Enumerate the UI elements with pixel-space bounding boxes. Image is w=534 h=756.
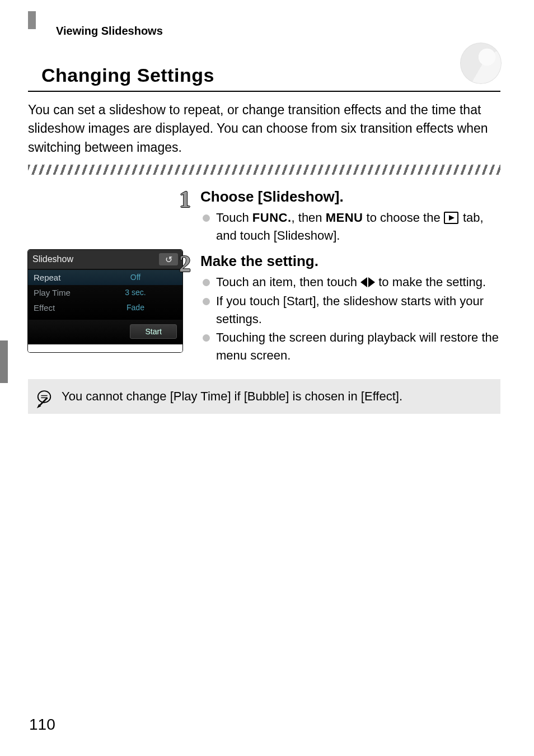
step-2-bullet-3: Touching the screen during playback will… [202, 329, 500, 365]
text-fragment: Touch an item, then touch [216, 275, 360, 289]
text-fragment: Touch [216, 211, 252, 225]
menu-keyword: MENU [326, 211, 363, 225]
camera-row-label: Play Time [34, 288, 94, 297]
func-keyword: FUNC. [252, 211, 292, 225]
left-right-arrows-icon [360, 277, 375, 287]
camera-title: Slideshow [32, 254, 73, 264]
step-number-2: 2 [179, 250, 191, 277]
camera-row-repeat[interactable]: Repeat Off [28, 270, 182, 285]
step-1-bullets: Touch FUNC., then MENU to choose the tab… [200, 209, 500, 245]
step-2-bullet-2: If you touch [Start], the slideshow star… [202, 292, 500, 328]
text-fragment: Touching the screen during playback will… [216, 330, 499, 362]
camera-row-label: Effect [34, 303, 94, 312]
camera-row-value: Fade [94, 303, 177, 312]
note-text: You cannot change [Play Time] if [Bubble… [62, 389, 402, 403]
lead-paragraph: You can set a slideshow to repeat, or ch… [28, 101, 498, 157]
step-number-1: 1 [179, 186, 191, 213]
pencil-note-icon [36, 390, 53, 413]
camera-row-label: Repeat [34, 273, 94, 282]
camera-back-button[interactable]: ↺ [159, 253, 178, 265]
text-fragment: to choose the [363, 211, 443, 225]
section-rule [28, 91, 500, 92]
step-2: 2 Make the setting. Touch an item, then … [198, 253, 500, 365]
camera-row-playtime[interactable]: Play Time 3 sec. [28, 285, 182, 300]
right-column: 1 Choose [Slideshow]. Touch FUNC., then … [198, 188, 500, 369]
step-1: 1 Choose [Slideshow]. Touch FUNC., then … [198, 188, 500, 245]
bullet-dot-icon [203, 279, 210, 286]
page-number: 110 [29, 716, 55, 734]
step-2-bullets: Touch an item, then touch to make the se… [200, 273, 500, 365]
step-2-title: Make the setting. [200, 253, 500, 270]
section-swirl-graphic [460, 43, 502, 84]
text-fragment: to make the setting. [375, 275, 486, 289]
bullet-dot-icon [203, 298, 210, 305]
hatch-divider [28, 165, 500, 175]
text-fragment: If you touch [Start], the slideshow star… [216, 294, 484, 326]
camera-bottom-gap [28, 344, 182, 352]
camera-start-button[interactable]: Start [130, 324, 177, 339]
playback-tab-icon [444, 212, 458, 224]
camera-body: Repeat Off Play Time 3 sec. Effect Fade [28, 269, 182, 320]
camera-row-value: 3 sec. [94, 288, 177, 297]
left-column: Slideshow ↺ Repeat Off Play Time 3 sec. … [28, 188, 186, 369]
header-left-mark [28, 11, 36, 29]
camera-row-effect[interactable]: Effect Fade [28, 300, 182, 315]
note-box: You cannot change [Play Time] if [Bubble… [28, 379, 500, 414]
camera-row-value: Off [94, 273, 177, 282]
step-2-bullet-1: Touch an item, then touch to make the se… [202, 273, 500, 291]
step-1-title: Choose [Slideshow]. [200, 188, 500, 206]
step-1-bullet-1: Touch FUNC., then MENU to choose the tab… [202, 209, 500, 245]
camera-header: Slideshow ↺ [28, 250, 182, 269]
side-tab [0, 340, 8, 383]
camera-screenshot: Slideshow ↺ Repeat Off Play Time 3 sec. … [28, 250, 182, 352]
steps-block: Slideshow ↺ Repeat Off Play Time 3 sec. … [28, 188, 500, 369]
bullet-dot-icon [203, 214, 210, 222]
running-head: Viewing Slideshows [56, 17, 500, 38]
text-fragment: , then [292, 211, 326, 225]
bullet-dot-icon [203, 334, 210, 342]
section-heading: Changing Settings [41, 64, 500, 86]
camera-footer: Start [28, 320, 182, 344]
